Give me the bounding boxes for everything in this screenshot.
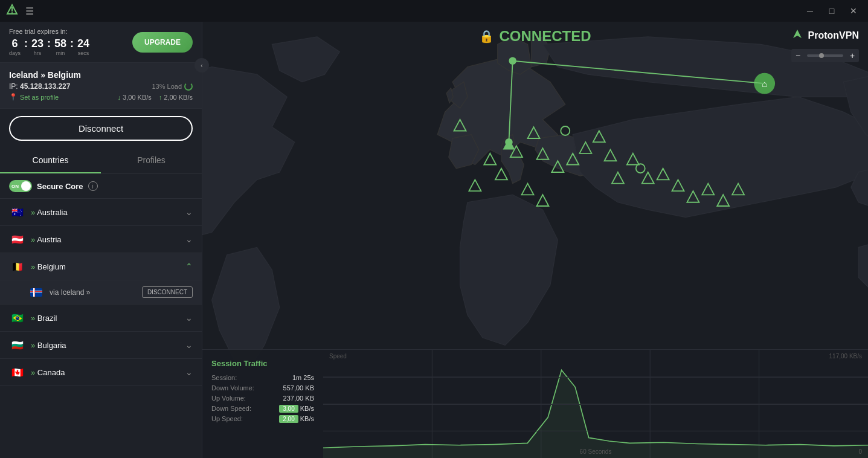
trial-countdown: 6 days : 23 hrs : 58 min : 24	[9, 37, 89, 56]
arrow-icon: »	[31, 341, 35, 350]
disconnect-small-button[interactable]: DISCONNECT	[142, 286, 193, 298]
map-header: 🔒 CONNECTED	[202, 28, 868, 45]
country-item-canada[interactable]: 🇨🇦 » Canada ⌄	[0, 359, 202, 386]
session-label: Session:	[211, 374, 237, 381]
app-logo	[6, 4, 18, 19]
speed-title: Session Traffic	[211, 359, 314, 368]
up-vol-row: Up Volume: 237,00 KB	[211, 395, 314, 402]
menu-icon[interactable]: ☰	[25, 5, 34, 17]
disconnect-button[interactable]: Disconnect	[9, 116, 193, 141]
toggle-knob	[21, 181, 31, 191]
expand-belgium-icon[interactable]: ⌃	[185, 262, 193, 271]
speed-stats: Session Traffic Session: 1m 25s Down Vol…	[202, 350, 323, 458]
arrow-icon: »	[31, 235, 35, 244]
connected-label: CONNECTED	[499, 28, 591, 45]
expand-canada-icon[interactable]: ⌄	[185, 367, 193, 377]
up-speed-val: 2,00 KB/s	[279, 415, 314, 422]
expand-australia-icon[interactable]: ⌄	[185, 207, 193, 217]
down-speed-row: Down Speed: 3,00 KB/s	[211, 405, 314, 412]
grid-line	[323, 377, 868, 378]
up-speed-badge: 2,00	[279, 415, 298, 423]
flag-iceland	[30, 287, 45, 298]
tab-profiles[interactable]: Profiles	[101, 148, 202, 173]
svg-marker-3	[793, 30, 802, 38]
country-tabs: Countries Profiles	[0, 148, 202, 174]
speed-session-row: Session: 1m 25s	[211, 374, 314, 381]
minimize-button[interactable]: ─	[802, 2, 818, 19]
secure-core-label: Secure Core	[37, 182, 83, 191]
tab-countries[interactable]: Countries	[0, 148, 101, 173]
down-speed-badge: 3,00	[279, 405, 298, 413]
down-vol-row: Down Volume: 557,00 KB	[211, 384, 314, 392]
connection-route: Iceland » Belgium	[9, 70, 193, 80]
connection-load: 13% Load	[152, 82, 193, 91]
arrow-icon: »	[31, 208, 35, 217]
speed-bottom-right-label: 0	[858, 448, 862, 455]
countdown-hrs: 23 hrs	[31, 37, 43, 56]
proton-arrow-icon	[791, 28, 803, 43]
toggle-on-label: ON	[11, 184, 19, 189]
sub-item-via-iceland[interactable]: via Iceland » DISCONNECT	[0, 280, 202, 304]
svg-point-2	[11, 12, 13, 13]
country-name-belgium: » Belgium	[31, 262, 185, 271]
up-vol-label: Up Volume:	[211, 395, 246, 402]
country-name-australia: » Australia	[31, 208, 185, 217]
set-profile-link[interactable]: 📍 Set as profile	[9, 93, 59, 101]
country-item-australia[interactable]: 🇦🇺 » Australia ⌄	[0, 199, 202, 226]
country-item-belgium[interactable]: 🇧🇪 » Belgium ⌃	[0, 253, 202, 280]
down-speed-label: Down Speed:	[211, 405, 251, 412]
speed-line-down	[323, 370, 868, 448]
secure-core-info-icon[interactable]: i	[88, 181, 98, 191]
trial-banner: Free trial expires in: 6 days : 23 hrs :…	[0, 22, 202, 63]
countdown-secs: 24 secs	[77, 37, 89, 56]
down-arrow-icon: ↓	[118, 94, 121, 101]
connection-ip: IP: 45.128.133.227	[9, 82, 70, 91]
upload-speed: ↑ 2,00 KB/s	[159, 94, 193, 101]
speed-panel: Session Traffic Session: 1m 25s Down Vol…	[202, 349, 868, 458]
speed-top-right-label: 117,00 KB/s	[829, 353, 862, 360]
connection-details: IP: 45.128.133.227 13% Load	[9, 82, 193, 91]
title-bar-left: ☰	[6, 4, 34, 19]
down-vol-val: 557,00 KB	[283, 384, 314, 392]
expand-austria-icon[interactable]: ⌄	[185, 234, 193, 244]
close-button[interactable]: ✕	[845, 2, 862, 19]
sidebar: ‹ Free trial expires in: 6 days : 23 hrs…	[0, 22, 202, 458]
title-bar: ☰ ─ □ ✕	[0, 0, 868, 22]
expand-brazil-icon[interactable]: ⌄	[185, 313, 193, 323]
country-name-austria: » Austria	[31, 235, 185, 244]
lock-icon: 🔒	[479, 29, 494, 44]
zoom-out-button[interactable]: −	[791, 49, 805, 62]
country-list: 🇦🇺 » Australia ⌄ 🇦🇹 » Austria ⌄ 🇧🇪	[0, 199, 202, 458]
session-val: 1m 25s	[292, 374, 314, 381]
upgrade-button[interactable]: UPGRADE	[132, 32, 193, 53]
up-speed-label: Up Speed:	[211, 415, 243, 422]
speed-y-label: Speed	[329, 353, 347, 360]
map-area: 🔒 CONNECTED ProtonVPN − +	[202, 22, 868, 458]
flag-australia: 🇦🇺	[9, 206, 26, 218]
arrow-icon: »	[31, 262, 35, 271]
window-controls: ─ □ ✕	[802, 2, 862, 19]
zoom-in-button[interactable]: +	[846, 49, 859, 62]
protonvpn-logo: ProtonVPN	[791, 28, 859, 43]
zoom-thumb	[819, 53, 824, 58]
down-vol-label: Down Volume:	[211, 384, 254, 392]
country-name-brazil: » Brazil	[31, 314, 185, 323]
country-item-austria[interactable]: 🇦🇹 » Austria ⌄	[0, 226, 202, 253]
expand-bulgaria-icon[interactable]: ⌄	[185, 340, 193, 350]
zoom-slider[interactable]	[807, 54, 843, 57]
belgium-sub-list: via Iceland » DISCONNECT	[0, 280, 202, 305]
maximize-button[interactable]: □	[823, 2, 840, 19]
country-item-bulgaria[interactable]: 🇧🇬 » Bulgaria ⌄	[0, 332, 202, 359]
speed-graph: Speed 117,00 KB/s 0 60 Seconds	[323, 350, 868, 458]
up-arrow-icon: ↑	[159, 94, 162, 101]
down-speed-val: 3,00 KB/s	[279, 405, 314, 412]
country-item-brazil[interactable]: 🇧🇷 » Brazil ⌄	[0, 305, 202, 332]
secure-core-toggle[interactable]: ON	[9, 180, 32, 192]
speed-indicators: ↓ 3,00 KB/s ↑ 2,00 KB/s	[118, 94, 193, 101]
flag-belgium: 🇧🇪	[9, 260, 26, 273]
countdown-days: 6 days	[9, 37, 21, 56]
sidebar-collapse-button[interactable]: ‹	[194, 58, 209, 73]
arrow-icon: »	[31, 368, 35, 377]
connection-info: Iceland » Belgium IP: 45.128.133.227 13%…	[0, 63, 202, 109]
secure-core-row: ON Secure Core i	[0, 174, 202, 199]
